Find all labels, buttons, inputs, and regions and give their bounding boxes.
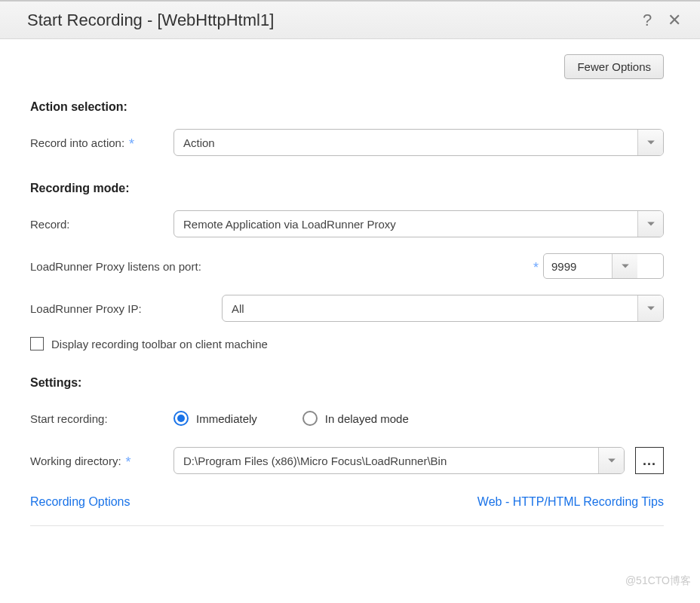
section-action-selection: Action selection: Record into action: * … (30, 100, 664, 156)
required-star-icon: * (129, 136, 134, 152)
record-label: Record: (30, 218, 173, 231)
chevron-down-icon (637, 130, 663, 155)
record-value: Remote Application via LoadRunner Proxy (174, 218, 637, 231)
recording-mode-header: Recording mode: (30, 182, 664, 195)
working-directory-value: D:\Program Files (x86)\Micro Focus\LoadR… (174, 455, 598, 467)
required-star-icon: * (126, 455, 131, 470)
proxy-port-value: 9999 (544, 260, 612, 273)
radio-icon (302, 411, 318, 426)
settings-header: Settings: (30, 376, 664, 390)
divider (30, 525, 664, 526)
help-icon[interactable]: ? (637, 10, 658, 31)
proxy-ip-value: All (223, 302, 637, 315)
radio-icon-checked (173, 411, 189, 426)
display-toolbar-row: Display recording toolbar on client mach… (30, 337, 664, 350)
chevron-down-icon (598, 448, 624, 473)
proxy-ip-select[interactable]: All (222, 295, 664, 322)
working-directory-label: Working directory: * (30, 453, 173, 469)
record-select[interactable]: Remote Application via LoadRunner Proxy (173, 210, 664, 237)
start-recording-label: Start recording: (30, 412, 173, 425)
browse-button[interactable]: ... (635, 447, 664, 474)
links-row: Recording Options Web - HTTP/HTML Record… (30, 495, 664, 509)
record-into-action-label: Record into action: * (30, 135, 173, 151)
start-recording-radio-group: Immediately In delayed mode (173, 411, 664, 426)
window-title: Start Recording - [WebHttpHtml1] (27, 11, 631, 30)
record-into-action-select[interactable]: Action (173, 129, 664, 156)
radio-delayed[interactable]: In delayed mode (302, 411, 409, 426)
required-star-icon: * (533, 260, 539, 276)
titlebar: Start Recording - [WebHttpHtml1] ? ✕ (0, 0, 700, 39)
fewer-options-button[interactable]: Fewer Options (564, 54, 664, 79)
radio-delayed-label: In delayed mode (325, 412, 409, 425)
proxy-port-label: LoadRunner Proxy listens on port: (30, 260, 529, 273)
radio-immediately[interactable]: Immediately (173, 411, 257, 426)
working-directory-select[interactable]: D:\Program Files (x86)\Micro Focus\LoadR… (173, 447, 625, 474)
recording-options-link[interactable]: Recording Options (30, 495, 130, 509)
chevron-down-icon (637, 211, 663, 237)
record-into-action-value: Action (174, 136, 637, 149)
record-into-action-label-text: Record into action: (30, 136, 124, 149)
proxy-ip-label: LoadRunner Proxy IP: (30, 302, 222, 315)
working-directory-label-text: Working directory: (30, 455, 121, 467)
proxy-port-input[interactable]: 9999 (543, 253, 664, 279)
recording-tips-link[interactable]: Web - HTTP/HTML Recording Tips (477, 495, 664, 509)
radio-immediately-label: Immediately (196, 412, 257, 425)
dialog-content: Fewer Options Action selection: Record i… (0, 39, 700, 541)
section-recording-mode: Recording mode: Record: Remote Applicati… (30, 182, 664, 350)
display-toolbar-checkbox[interactable] (30, 337, 44, 350)
section-settings: Settings: Start recording: Immediately I… (30, 376, 664, 474)
action-selection-header: Action selection: (30, 100, 664, 114)
close-icon[interactable]: ✕ (664, 10, 685, 31)
display-toolbar-label: Display recording toolbar on client mach… (51, 338, 268, 350)
top-button-row: Fewer Options (30, 54, 664, 79)
chevron-down-icon (612, 254, 637, 278)
chevron-down-icon (637, 295, 663, 321)
